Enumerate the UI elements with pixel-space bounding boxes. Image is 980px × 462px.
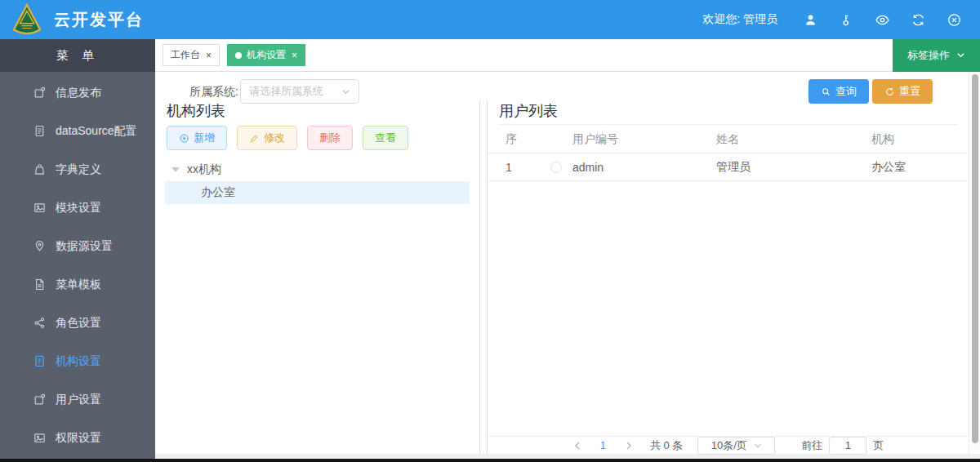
file-lines-icon <box>33 354 47 368</box>
next-page-icon[interactable] <box>624 441 634 451</box>
chevron-down-icon <box>754 442 762 450</box>
delete-button-label: 删除 <box>319 131 341 145</box>
row-radio[interactable] <box>550 162 562 173</box>
tab-label: 机构设置 <box>247 48 286 62</box>
col-name: 姓名 <box>716 132 871 147</box>
key-icon[interactable] <box>838 11 854 28</box>
goto-label: 前往 <box>801 438 822 453</box>
location-icon <box>33 239 47 253</box>
sidebar-item-menu-template[interactable]: 菜单模板 <box>0 265 155 304</box>
delete-button[interactable]: 删除 <box>307 126 353 150</box>
tree-node-child-selected[interactable]: 办公室 <box>165 181 470 204</box>
col-org: 机构 <box>871 132 969 147</box>
table-row[interactable]: 1 admin 管理员 办公室 <box>488 153 969 181</box>
app-header: 云开发平台 欢迎您: 管理员 <box>0 0 980 39</box>
org-list-panel: 机构列表 新增 修改 删除 查看 xx机构 办公室 <box>162 100 480 454</box>
reset-button-label: 重置 <box>899 84 920 99</box>
sidebar-item-info-publish[interactable]: 信息发布 <box>0 73 155 112</box>
tab-label: 工作台 <box>171 48 200 62</box>
chevron-down-icon <box>956 51 965 60</box>
sidebar-item-permission-settings[interactable]: 权限设置 <box>0 419 155 457</box>
cell-org: 办公室 <box>871 160 969 175</box>
refresh-icon <box>884 87 895 97</box>
divider <box>499 124 957 125</box>
sidebar-item-datasource-config[interactable]: dataSource配置 <box>0 112 155 150</box>
eye-icon[interactable] <box>874 11 890 28</box>
app-logo-icon <box>11 3 42 36</box>
add-button[interactable]: 新增 <box>167 126 227 150</box>
sidebar-item-label: 模块设置 <box>56 201 101 215</box>
tree-node-label: xx机构 <box>187 162 221 177</box>
page-size-select[interactable]: 10条/页 <box>697 437 775 455</box>
sidebar-item-user-settings[interactable]: 用户设置 <box>0 380 155 419</box>
org-actions: 新增 修改 删除 查看 <box>167 126 408 150</box>
edit-button[interactable]: 修改 <box>237 126 297 150</box>
refresh-icon[interactable] <box>910 11 926 28</box>
sidebar-title: 菜 单 <box>0 39 155 72</box>
page-size-value: 10条/页 <box>711 438 747 453</box>
tab-workbench[interactable]: 工作台 × <box>163 44 220 66</box>
copy-icon <box>33 86 47 100</box>
system-select-placeholder: 请选择所属系统 <box>249 84 341 99</box>
tags-view-bar: 工作台 × 机构设置 × 标签操作 <box>155 39 980 72</box>
bag-icon <box>33 162 47 176</box>
tag-actions-label: 标签操作 <box>907 48 950 63</box>
sidebar-item-datasource-settings[interactable]: 数据源设置 <box>0 227 155 265</box>
caret-down-icon[interactable] <box>172 167 180 172</box>
sidebar-item-module-settings[interactable]: 模块设置 <box>0 189 155 227</box>
col-user-code: 用户编号 <box>572 132 716 147</box>
prev-page-icon[interactable] <box>572 441 582 451</box>
document-icon <box>33 124 47 138</box>
page-unit-label: 页 <box>873 438 884 453</box>
cell-seq: 1 <box>488 161 540 174</box>
system-select-label: 所属系统: <box>189 85 238 100</box>
tab-org-settings[interactable]: 机构设置 × <box>227 44 305 66</box>
scrollbar-thumb[interactable] <box>972 74 978 443</box>
goto-page-input[interactable] <box>829 437 866 455</box>
col-seq: 序 <box>488 132 540 147</box>
view-button[interactable]: 查看 <box>363 126 408 150</box>
current-page[interactable]: 1 <box>600 439 606 451</box>
close-icon[interactable]: × <box>206 51 212 60</box>
org-tree: xx机构 办公室 <box>165 158 470 204</box>
sidebar-item-label: 角色设置 <box>56 316 101 331</box>
sidebar-item-label: 用户设置 <box>56 393 101 407</box>
sidebar-item-org-settings[interactable]: 机构设置 <box>0 342 155 380</box>
sidebar-item-label: dataSource配置 <box>56 124 137 139</box>
user-panel-title: 用户列表 <box>499 101 969 121</box>
sidebar-item-label: 权限设置 <box>56 431 101 446</box>
image-icon <box>33 431 47 445</box>
content-card: 所属系统: 请选择所属系统 查询 重置 机构列表 新增 修改 删除 查看 <box>155 72 969 454</box>
add-button-label: 新增 <box>194 131 215 145</box>
tag-actions-button[interactable]: 标签操作 <box>893 39 980 72</box>
plus-circle-icon <box>179 133 189 144</box>
search-icon <box>821 87 831 97</box>
share-icon <box>33 316 47 330</box>
tree-node-root[interactable]: xx机构 <box>165 158 470 181</box>
edit-button-label: 修改 <box>264 131 285 145</box>
total-count: 共 0 条 <box>650 438 683 453</box>
sidebar-item-dict-define[interactable]: 字典定义 <box>0 150 155 189</box>
user-list-panel: 用户列表 序 用户编号 姓名 机构 1 admin 管理员 办公室 1 <box>487 100 969 454</box>
user-table: 序 用户编号 姓名 机构 1 admin 管理员 办公室 <box>488 126 969 181</box>
window-bottom-edge <box>0 459 980 462</box>
sidebar-item-label: 信息发布 <box>56 86 101 100</box>
tree-node-label: 办公室 <box>201 185 235 200</box>
search-button-label: 查询 <box>835 84 857 99</box>
close-circle-icon[interactable] <box>946 11 962 28</box>
user-icon[interactable] <box>802 11 818 28</box>
pencil-icon <box>249 133 260 144</box>
sidebar-item-label: 机构设置 <box>56 354 101 369</box>
close-icon[interactable]: × <box>292 51 297 60</box>
sidebar-item-label: 字典定义 <box>56 162 101 177</box>
pagination: 1 共 0 条 10条/页 前往 页 <box>488 436 969 454</box>
sidebar-item-role-settings[interactable]: 角色设置 <box>0 304 155 342</box>
dot-icon <box>235 52 242 59</box>
image-icon <box>33 201 47 215</box>
file-icon <box>33 278 47 291</box>
user-table-header: 序 用户编号 姓名 机构 <box>488 126 969 153</box>
sidebar: 菜 单 信息发布 dataSource配置 字典定义 模块设置 数据源设置 菜单… <box>0 39 155 459</box>
sidebar-item-label: 数据源设置 <box>56 239 113 254</box>
vertical-scrollbar[interactable] <box>969 72 980 454</box>
cell-name: 管理员 <box>716 160 871 175</box>
